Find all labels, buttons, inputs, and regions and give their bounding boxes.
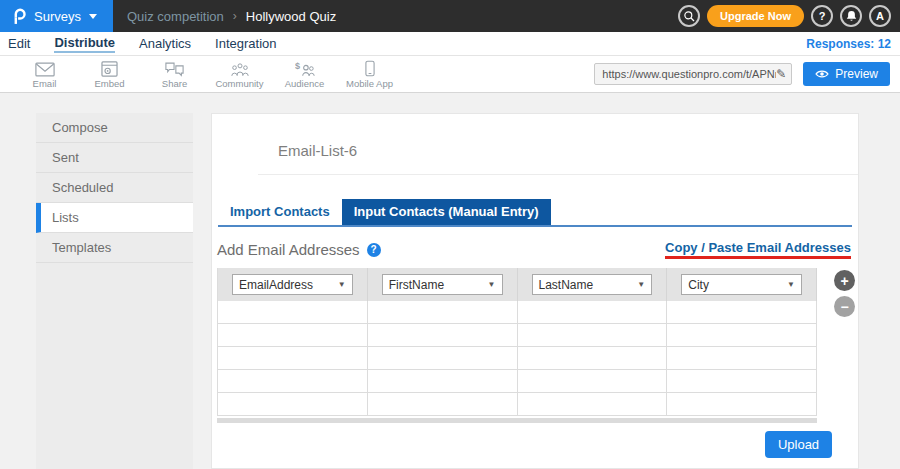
chevron-down-icon: ▼ bbox=[338, 280, 346, 289]
table-cell[interactable] bbox=[518, 301, 668, 323]
column-select-city[interactable]: City ▼ bbox=[681, 274, 802, 295]
table-cell[interactable] bbox=[667, 347, 817, 369]
notifications-button[interactable] bbox=[840, 5, 862, 27]
column-header-cell: FirstName ▼ bbox=[368, 268, 518, 301]
table-cell[interactable] bbox=[518, 370, 668, 392]
audience-dollar-people-icon: $ bbox=[295, 60, 315, 77]
table-cell[interactable] bbox=[368, 301, 518, 323]
community-people-icon bbox=[230, 60, 250, 77]
avatar[interactable]: A bbox=[869, 5, 891, 27]
sidebar-item-scheduled[interactable]: Scheduled bbox=[36, 173, 193, 203]
table-cell[interactable] bbox=[518, 324, 668, 346]
column-select-firstname[interactable]: FirstName ▼ bbox=[382, 274, 503, 295]
horizontal-scrollbar[interactable] bbox=[217, 418, 817, 423]
breadcrumb-current: Hollywood Quiz bbox=[246, 9, 336, 24]
table-cell[interactable] bbox=[518, 393, 668, 415]
sidebar-item-templates[interactable]: Templates bbox=[36, 233, 193, 263]
nav-item-edit[interactable]: Edit bbox=[8, 36, 30, 52]
upgrade-now-button[interactable]: Upgrade Now bbox=[707, 5, 804, 27]
channel-embed[interactable]: Embed bbox=[77, 60, 142, 89]
upload-button[interactable]: Upload bbox=[765, 431, 832, 458]
remove-row-button[interactable]: − bbox=[834, 296, 855, 317]
copy-paste-link[interactable]: Copy / Paste Email Addresses bbox=[665, 240, 851, 259]
survey-nav: Edit Distribute Analytics Integration Re… bbox=[0, 32, 900, 55]
preview-label: Preview bbox=[835, 67, 878, 81]
search-button[interactable] bbox=[678, 5, 700, 27]
responses-count[interactable]: Responses: 12 bbox=[806, 37, 891, 51]
column-select-emailaddress[interactable]: EmailAddress ▼ bbox=[232, 274, 353, 295]
tab-import-contacts[interactable]: Import Contacts bbox=[218, 199, 342, 225]
table-cell[interactable] bbox=[368, 393, 518, 415]
section-title: Add Email Addresses bbox=[217, 241, 360, 258]
channel-audience[interactable]: $ Audience bbox=[272, 60, 337, 89]
preview-button[interactable]: Preview bbox=[803, 62, 890, 86]
questionpro-logo-icon bbox=[13, 8, 26, 25]
table-cell[interactable] bbox=[218, 324, 368, 346]
table-cell[interactable] bbox=[368, 370, 518, 392]
table-cell[interactable] bbox=[667, 370, 817, 392]
breadcrumb-parent[interactable]: Quiz competition bbox=[127, 9, 224, 24]
add-emails-header: Add Email Addresses ? Copy / Paste Email… bbox=[217, 240, 851, 259]
list-title: Email-List-6 bbox=[278, 142, 858, 159]
channel-email[interactable]: Email bbox=[12, 60, 77, 89]
channel-community[interactable]: Community bbox=[207, 60, 272, 89]
channel-share[interactable]: Share bbox=[142, 60, 207, 89]
nav-item-integration[interactable]: Integration bbox=[215, 36, 276, 52]
table-cell[interactable] bbox=[368, 347, 518, 369]
table-row bbox=[218, 324, 817, 347]
help-button[interactable]: ? bbox=[811, 5, 833, 27]
contacts-table-body bbox=[218, 301, 817, 416]
bell-icon bbox=[846, 10, 857, 22]
sidebar-item-sent[interactable]: Sent bbox=[36, 143, 193, 173]
product-switcher[interactable]: Surveys bbox=[0, 0, 113, 32]
table-cell[interactable] bbox=[667, 393, 817, 415]
table-cell[interactable] bbox=[667, 324, 817, 346]
table-cell[interactable] bbox=[368, 324, 518, 346]
share-chat-icon bbox=[165, 60, 184, 77]
help-question-icon[interactable]: ? bbox=[367, 243, 381, 257]
edit-url-icon[interactable]: ✎ bbox=[776, 67, 786, 81]
contacts-table-wrap: EmailAddress ▼ FirstName ▼ LastName bbox=[217, 268, 858, 423]
breadcrumb-separator-icon: › bbox=[233, 9, 237, 23]
search-icon bbox=[683, 10, 695, 22]
svg-text:$: $ bbox=[295, 61, 300, 71]
table-row bbox=[218, 347, 817, 370]
contacts-tabs: Import Contacts Input Contacts (Manual E… bbox=[218, 199, 852, 227]
breadcrumb: Quiz competition › Hollywood Quiz bbox=[127, 9, 336, 24]
chevron-down-icon: ▼ bbox=[637, 280, 645, 289]
table-cell[interactable] bbox=[667, 301, 817, 323]
contacts-table-header: EmailAddress ▼ FirstName ▼ LastName bbox=[218, 268, 817, 301]
table-cell[interactable] bbox=[218, 301, 368, 323]
table-row bbox=[218, 301, 817, 324]
chevron-down-icon: ▼ bbox=[488, 280, 496, 289]
add-row-button[interactable]: + bbox=[834, 270, 855, 291]
sidebar-item-compose[interactable]: Compose bbox=[36, 113, 193, 143]
topbar-actions: Upgrade Now ? A bbox=[678, 5, 900, 27]
top-bar: Surveys Quiz competition › Hollywood Qui… bbox=[0, 0, 900, 32]
survey-url-field[interactable]: https://www.questionpro.com/t/APNrFZ ✎ bbox=[594, 63, 792, 85]
sidebar-item-lists[interactable]: Lists bbox=[36, 203, 193, 233]
column-select-lastname[interactable]: LastName ▼ bbox=[532, 274, 653, 295]
nav-item-distribute[interactable]: Distribute bbox=[54, 35, 115, 53]
nav-item-analytics[interactable]: Analytics bbox=[139, 36, 191, 52]
chevron-down-icon bbox=[89, 14, 97, 19]
embed-icon bbox=[101, 60, 118, 77]
title-divider bbox=[258, 174, 858, 175]
product-name: Surveys bbox=[34, 9, 81, 24]
channel-mobile-app[interactable]: Mobile App bbox=[337, 60, 402, 89]
survey-url-value: https://www.questionpro.com/t/APNrFZ bbox=[602, 68, 776, 80]
table-cell[interactable] bbox=[218, 347, 368, 369]
table-cell[interactable] bbox=[218, 370, 368, 392]
table-cell[interactable] bbox=[518, 347, 668, 369]
list-detail-card: Email-List-6 Import Contacts Input Conta… bbox=[211, 113, 859, 469]
mobile-phone-icon bbox=[365, 60, 375, 77]
eye-icon bbox=[815, 69, 829, 79]
table-cell[interactable] bbox=[218, 393, 368, 415]
email-icon bbox=[35, 60, 55, 77]
column-header-cell: EmailAddress ▼ bbox=[218, 268, 368, 301]
contacts-table: EmailAddress ▼ FirstName ▼ LastName bbox=[217, 268, 817, 416]
email-sidebar: Compose Sent Scheduled Lists Templates bbox=[36, 113, 193, 469]
column-header-cell: LastName ▼ bbox=[518, 268, 668, 301]
page-content: Compose Sent Scheduled Lists Templates E… bbox=[0, 93, 900, 469]
tab-input-contacts-manual[interactable]: Input Contacts (Manual Entry) bbox=[342, 199, 551, 225]
